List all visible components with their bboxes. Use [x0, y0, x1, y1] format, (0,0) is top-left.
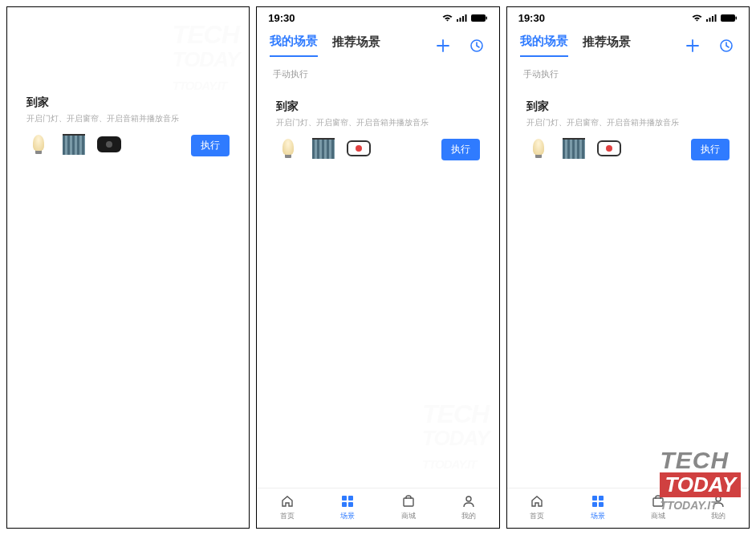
- scene-description: 开启门灯、开启窗帘、开启音箱并播放音乐: [276, 117, 479, 128]
- phone-screenshot-3: 19:30 我的场景 推荐场景 手动执行 到家 开启门灯、开启窗帘、开启音箱并播…: [506, 6, 750, 529]
- svg-point-25: [716, 496, 721, 501]
- tab-recommended[interactable]: 推荐场景: [583, 34, 631, 56]
- nav-home[interactable]: 首页: [257, 493, 317, 521]
- scenes-icon: [590, 493, 606, 509]
- svg-rect-11: [404, 498, 413, 506]
- scene-card: 到家 开启门灯、开启窗帘、开启音箱并播放音乐 执行: [20, 87, 236, 166]
- execute-button[interactable]: 执行: [691, 139, 730, 160]
- execute-button[interactable]: 执行: [441, 139, 480, 160]
- scenes-icon: [339, 493, 356, 509]
- svg-rect-24: [653, 498, 663, 506]
- tab-recommended[interactable]: 推荐场景: [332, 34, 380, 56]
- nav-store[interactable]: 商城: [628, 493, 688, 521]
- section-label: 手动执行: [507, 57, 749, 85]
- scene-description: 开启门灯、开启窗帘、开启音箱并播放音乐: [26, 113, 230, 124]
- curtain-icon: [62, 132, 86, 156]
- signal-icon: [456, 14, 468, 22]
- nav-home[interactable]: 首页: [507, 493, 567, 521]
- device-icons: [526, 136, 685, 160]
- profile-icon: [710, 493, 726, 509]
- svg-rect-14: [709, 18, 710, 22]
- add-button[interactable]: [683, 36, 702, 55]
- speaker-icon: [347, 136, 371, 160]
- scene-title: 到家: [526, 99, 730, 114]
- tab-row: 我的场景 推荐场景: [257, 26, 498, 57]
- svg-rect-4: [471, 14, 486, 22]
- history-button[interactable]: [467, 36, 486, 55]
- phone-screenshot-1: TECH TODAY TTODAY.IT 到家 开启门灯、开启窗帘、开启音箱并播…: [6, 6, 250, 529]
- content-area: 到家 开启门灯、开启窗帘、开启音箱并播放音乐 执行: [507, 85, 749, 488]
- svg-rect-21: [599, 496, 604, 501]
- execute-button[interactable]: 执行: [191, 135, 230, 156]
- device-icons: [26, 132, 185, 156]
- svg-rect-16: [714, 14, 716, 22]
- svg-rect-20: [592, 496, 597, 501]
- home-icon: [279, 493, 295, 509]
- svg-rect-18: [735, 17, 737, 20]
- phone-screenshot-2: 19:30 我的场景 推荐场景 手动执行 到家 开启门灯、开启窗帘、开启音箱并播…: [256, 6, 499, 529]
- svg-rect-17: [721, 14, 735, 22]
- home-icon: [529, 493, 545, 509]
- content-area: 到家 开启门灯、开启窗帘、开启音箱并播放音乐 执行 TECH TODAY TTO…: [257, 85, 498, 488]
- battery-icon: [720, 14, 738, 22]
- status-bar: 19:30: [507, 7, 749, 26]
- wifi-icon: [691, 14, 703, 22]
- speaker-icon: [597, 136, 621, 160]
- svg-rect-2: [462, 16, 464, 22]
- profile-icon: [461, 493, 477, 509]
- section-label: 手动执行: [257, 57, 498, 85]
- store-icon: [400, 493, 417, 509]
- svg-rect-23: [599, 502, 604, 507]
- scene-description: 开启门灯、开启窗帘、开启音箱并播放音乐: [526, 117, 730, 128]
- svg-rect-7: [342, 496, 347, 501]
- signal-icon: [705, 14, 717, 22]
- svg-rect-13: [706, 19, 708, 22]
- status-time: 19:30: [268, 12, 295, 24]
- scene-card: 到家 开启门灯、开启窗帘、开启音箱并播放音乐 执行: [520, 91, 736, 170]
- status-icons: [441, 14, 488, 22]
- svg-rect-9: [342, 502, 347, 507]
- bottom-nav: 首页 场景 商城 我的: [507, 488, 749, 528]
- status-bar: 19:30: [257, 7, 498, 26]
- speaker-icon: [97, 132, 121, 156]
- nav-scenes[interactable]: 场景: [567, 493, 628, 521]
- tab-row: 我的场景 推荐场景: [507, 26, 749, 57]
- svg-rect-0: [457, 19, 458, 22]
- bulb-icon: [26, 132, 51, 156]
- tab-my-scenes[interactable]: 我的场景: [270, 34, 318, 57]
- scene-title: 到家: [26, 95, 230, 110]
- status-icons: [691, 14, 738, 22]
- content-area: 到家 开启门灯、开启窗帘、开启音箱并播放音乐 执行: [7, 7, 249, 528]
- svg-rect-15: [712, 16, 713, 22]
- nav-store[interactable]: 商城: [378, 493, 438, 521]
- svg-rect-5: [486, 17, 487, 20]
- bottom-nav: 首页 场景 商城 我的: [257, 488, 498, 528]
- tab-my-scenes[interactable]: 我的场景: [520, 34, 568, 57]
- history-button[interactable]: [717, 36, 736, 55]
- store-icon: [650, 493, 666, 509]
- curtain-icon: [562, 136, 586, 160]
- bulb-icon: [526, 136, 551, 160]
- svg-rect-8: [348, 496, 353, 501]
- wifi-icon: [441, 14, 453, 22]
- svg-point-12: [466, 496, 471, 501]
- scene-card: 到家 开启门灯、开启窗帘、开启音箱并播放音乐 执行: [270, 91, 486, 170]
- add-button[interactable]: [433, 36, 453, 55]
- svg-rect-10: [348, 502, 353, 507]
- nav-mine[interactable]: 我的: [438, 493, 498, 521]
- status-time: 19:30: [518, 12, 545, 24]
- scene-title: 到家: [276, 99, 479, 114]
- bulb-icon: [276, 136, 300, 160]
- battery-icon: [470, 14, 488, 22]
- nav-scenes[interactable]: 场景: [318, 493, 378, 521]
- svg-rect-1: [459, 18, 461, 22]
- nav-mine[interactable]: 我的: [689, 493, 749, 521]
- device-icons: [276, 136, 434, 160]
- curtain-icon: [311, 136, 335, 160]
- svg-rect-3: [465, 14, 466, 22]
- svg-rect-22: [592, 502, 597, 507]
